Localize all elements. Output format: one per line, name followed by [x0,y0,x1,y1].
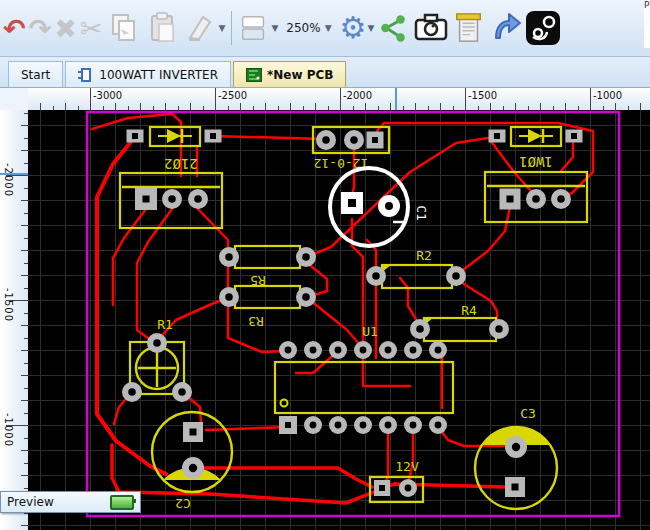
ruler-tick [540,103,541,110]
zoom-level-value: 250% [286,21,320,35]
transform-icon [184,11,218,45]
toolbar: ↶ ↷ ✖ ✂ ▼ ▼ [0,0,650,57]
print-button[interactable] [452,6,486,50]
pcb-icon [246,67,262,83]
ruler-tick [140,103,141,110]
ruler-label: -1000 [593,90,622,101]
preview-tooltip-label: Preview [7,495,54,509]
chevron-down-icon: ▼ [271,23,278,33]
component-label: C1 [414,205,429,221]
ruler-tick [315,103,316,110]
pcb-app-window: ↶ ↷ ✖ ✂ ▼ ▼ [0,0,650,530]
ruler-tick [40,103,41,110]
gear-icon: ⚙ [340,13,367,43]
ruler-tick [290,103,291,110]
preview-tooltip: Preview [0,491,141,513]
ruler-tick [21,325,28,326]
cursor-position-marker [0,173,28,175]
cut-button[interactable]: ✂ [79,6,104,50]
redo-icon: ↷ [29,15,52,42]
toolbar-separator [231,11,232,45]
redo-button[interactable]: ↷ [28,6,53,50]
component-label: R1 [157,317,173,332]
ruler-tick [21,350,28,351]
ruler-label: -1500 [468,90,497,101]
ruler-tick [615,103,616,110]
undo-button[interactable]: ↶ [2,6,27,50]
undo-icon: ↶ [3,15,26,42]
export-button[interactable] [487,6,523,50]
component-label: R2 [416,248,432,263]
window-edge: P [644,0,650,48]
paste-button[interactable] [144,6,182,50]
ruler-tick [21,375,28,376]
camera-icon [412,11,450,45]
ruler-tick [515,103,516,110]
chevron-down-icon: ▼ [219,23,226,33]
ruler-label: -1000 [3,413,14,447]
ruler-tick [21,450,28,451]
component-label: R3 [248,314,264,329]
ruler-tick [465,88,466,110]
component-label: C2 [175,496,191,511]
tab-100watt-inverter[interactable]: 100WATT INVERTER [65,61,231,87]
component-label: C3 [520,406,536,421]
camera-button[interactable] [411,6,451,50]
ruler-tick [90,88,91,110]
horizontal-ruler: -3000-2500-2000-1500-1000 [28,88,650,110]
ruler-tick [21,200,28,201]
ruler-tick [190,103,191,110]
component-label: 1WØ1 [519,154,553,170]
tab-label: 100WATT INVERTER [99,68,218,82]
ruler-tick [21,475,28,476]
cut-icon: ✂ [80,15,103,42]
ruler-tick [365,103,366,110]
ruler-tick [21,225,28,226]
component-label: R4 [461,303,477,318]
ruler-tick [21,275,28,276]
delete-button[interactable]: ✖ [53,6,78,50]
ruler-label: -3000 [93,90,122,101]
document-tab-bar: Start 100WATT INVERTER *New PCB [0,57,650,88]
share-icon [377,11,409,45]
zoom-level-control[interactable]: 250% ▼ [280,6,337,50]
ruler-tick [115,103,116,110]
ruler-tick [415,103,416,110]
ruler-tick [165,103,166,110]
transform-button[interactable]: ▼ [183,6,227,50]
copy-button[interactable] [105,6,143,50]
app-badge-button[interactable] [524,6,562,50]
app-badge-icon [525,10,561,46]
cursor-position-marker [395,88,397,110]
ruler-label: -2000 [3,163,14,197]
tab-new-pcb[interactable]: *New PCB [233,61,346,87]
tab-label: Start [21,68,50,82]
component-label: 12V [395,459,419,474]
arrange-button[interactable]: ▼ [237,6,279,50]
pcb-canvas[interactable]: 21Ø21WØ112-0-12R5R3R2R4R1U1C2C312VC1 [28,110,650,530]
ruler-tick [565,103,566,110]
component-label: 21Ø2 [164,156,198,172]
ruler-tick [215,88,216,110]
export-icon [488,11,522,45]
ruler-tick [21,150,28,151]
print-icon [453,11,485,45]
tab-start[interactable]: Start [8,61,63,87]
ruler-tick [390,103,391,110]
component-label: U1 [362,324,378,339]
ruler-tick [265,103,266,110]
ruler-tick [21,400,28,401]
tab-label: *New PCB [267,68,333,82]
share-button[interactable] [376,6,410,50]
paste-icon [145,11,181,45]
chevron-down-icon: ▼ [367,23,374,33]
settings-button[interactable]: ⚙ ▼ [339,6,376,50]
ruler-tick [21,125,28,126]
ruler-tick [240,103,241,110]
arrange-icon [238,11,270,45]
delete-icon: ✖ [54,15,77,42]
ruler-label: -2500 [218,90,247,101]
ruler-label: -1500 [3,288,14,322]
ruler-tick [65,103,66,110]
ruler-tick [490,103,491,110]
